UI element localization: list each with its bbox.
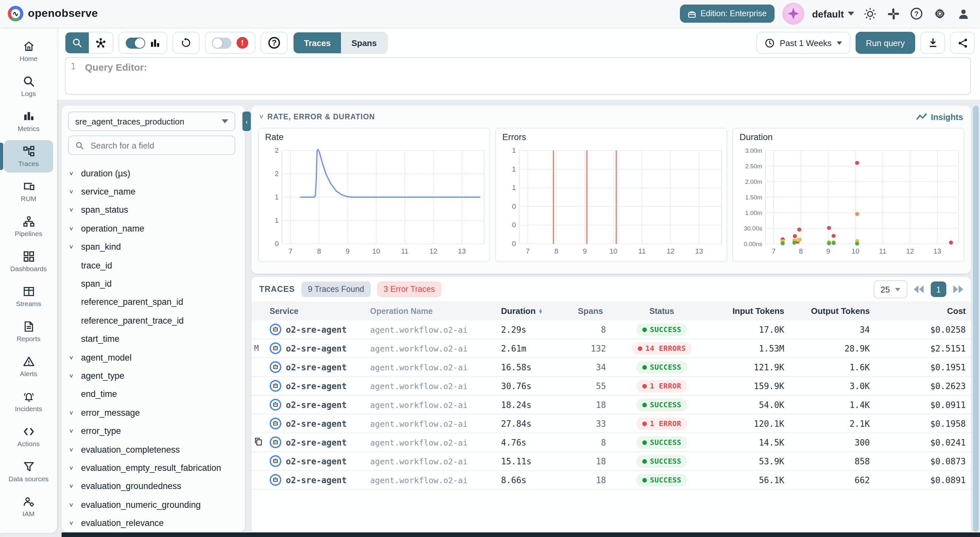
- sidebar-item-data-sources[interactable]: Data sources: [4, 455, 53, 488]
- sidebar-item-reports[interactable]: Reports: [4, 315, 53, 347]
- chevron-down-icon[interactable]: ˅: [69, 446, 78, 453]
- trace-row[interactable]: Mo2-sre-agentagent.workflow.o2-ai2.61m13…: [251, 339, 971, 358]
- sidebar-item-pipelines[interactable]: Pipelines: [4, 210, 53, 242]
- sidebar-item-home[interactable]: Home: [4, 35, 53, 67]
- slack-button[interactable]: [885, 6, 901, 21]
- query-help-icon[interactable]: ?: [268, 37, 280, 49]
- trace-row[interactable]: o2-sre-agentagent.workflow.o2-ai27.84s33…: [251, 414, 971, 433]
- field-item-span-id[interactable]: span_id: [62, 275, 245, 293]
- tab-spans[interactable]: Spans: [341, 32, 387, 53]
- chevron-down-icon[interactable]: ˅: [69, 519, 78, 527]
- share-button[interactable]: [950, 32, 975, 54]
- per-page-select[interactable]: 25: [873, 280, 907, 298]
- trace-row[interactable]: o2-sre-agentagent.workflow.o2-ai18.24s18…: [251, 396, 971, 414]
- query-editor[interactable]: 1 Query Editor:: [65, 57, 971, 95]
- trace-row[interactable]: o2-sre-agentagent.workflow.o2-ai4.76s8SU…: [251, 433, 971, 452]
- field-item-span-status[interactable]: ˅span_status: [62, 201, 245, 220]
- chevron-down-icon[interactable]: ˅: [69, 225, 78, 232]
- chevron-down-icon[interactable]: ˅: [259, 113, 264, 121]
- sidebar-item-streams[interactable]: Streams: [4, 280, 53, 312]
- org-selector[interactable]: default: [812, 8, 854, 19]
- col-service[interactable]: Service: [266, 306, 366, 316]
- col-operation-name[interactable]: Operation Name: [366, 306, 493, 316]
- sidebar-item-traces[interactable]: Traces: [4, 140, 53, 172]
- stream-selector[interactable]: sre_agent_traces_production: [68, 112, 235, 131]
- col-output-tokens[interactable]: Output Tokens: [788, 306, 874, 316]
- sidebar-item-dashboards[interactable]: Dashboards: [4, 245, 53, 277]
- trace-row[interactable]: o2-sre-agentagent.workflow.o2-ai16.58s34…: [251, 358, 971, 377]
- trace-row[interactable]: o2-sre-agentagent.workflow.o2-ai8.66s18S…: [251, 471, 971, 490]
- download-button[interactable]: [920, 32, 945, 54]
- field-item-evaluation-completeness[interactable]: ˅evaluation_completeness: [62, 440, 245, 459]
- histogram-toggle[interactable]: [126, 37, 145, 48]
- field-item-error-message[interactable]: ˅error_message: [62, 403, 245, 422]
- settings-button[interactable]: [932, 6, 948, 21]
- logo[interactable]: ∿ openobserve: [0, 6, 98, 21]
- trace-row[interactable]: o2-sre-agentagent.workflow.o2-ai30.76s55…: [251, 377, 971, 396]
- field-item-agent-type[interactable]: ˅agent_type: [62, 367, 245, 385]
- last-page-button[interactable]: [953, 285, 963, 293]
- vertical-scrollbar[interactable]: [973, 106, 979, 532]
- help-button[interactable]: ?: [909, 6, 924, 21]
- field-item-reference-parent-span-id[interactable]: reference_parent_span_id: [62, 293, 245, 311]
- edition-badge[interactable]: Edition: Enterprise: [679, 5, 774, 23]
- sidebar-item-logs[interactable]: Logs: [4, 70, 53, 102]
- insights-link[interactable]: Insights: [916, 112, 963, 122]
- time-range-picker[interactable]: Past 1 Weeks: [756, 32, 850, 54]
- field-search-input[interactable]: [89, 140, 228, 151]
- field-item-evaluation-empty-result-fabrication[interactable]: ˅evaluation_empty_result_fabrication: [62, 459, 245, 477]
- collapse-fields-button[interactable]: ‹: [242, 112, 251, 131]
- chevron-down-icon[interactable]: ˅: [69, 409, 78, 416]
- field-item-evaluation-groundedness[interactable]: ˅evaluation_groundedness: [62, 477, 245, 496]
- chevron-down-icon[interactable]: ˅: [69, 170, 78, 177]
- trace-row[interactable]: o2-sre-agentagent.workflow.o2-ai15.11s18…: [251, 452, 971, 471]
- theme-toggle-button[interactable]: [862, 6, 878, 21]
- field-item-end-time[interactable]: end_time: [62, 385, 245, 403]
- trace-cost: $0.1958: [874, 419, 971, 429]
- error-traces-badge[interactable]: 3 Error Traces: [377, 282, 441, 297]
- chevron-down-icon[interactable]: ˅: [69, 207, 78, 214]
- chevron-down-icon[interactable]: ˅: [69, 483, 78, 490]
- user-menu-button[interactable]: [955, 6, 971, 21]
- sidebar-item-rum[interactable]: RUM: [4, 175, 53, 207]
- page-1-button[interactable]: 1: [931, 282, 946, 297]
- service-map-button[interactable]: [89, 32, 113, 54]
- field-item-evaluation-numeric-grounding[interactable]: ˅evaluation_numeric_grounding: [62, 496, 245, 514]
- field-item-duration-s-[interactable]: ˅duration (µs): [62, 164, 245, 183]
- tab-traces[interactable]: Traces: [294, 32, 341, 53]
- run-query-button[interactable]: Run query: [856, 32, 915, 54]
- field-item-evaluation-relevance[interactable]: ˅evaluation_relevance: [62, 514, 245, 532]
- first-page-button[interactable]: [914, 285, 924, 293]
- field-item-agent-model[interactable]: ˅agent_model: [62, 348, 245, 367]
- trace-row[interactable]: o2-sre-agentagent.workflow.o2-ai2.29s8SU…: [251, 320, 971, 339]
- field-item-service-name[interactable]: ˅service_name: [62, 183, 245, 201]
- chevron-down-icon[interactable]: ˅: [69, 188, 78, 195]
- col-status[interactable]: Status: [610, 306, 714, 316]
- chevron-down-icon[interactable]: ˅: [69, 427, 78, 435]
- field-item-error-type[interactable]: ˅error_type: [62, 422, 245, 440]
- chevron-down-icon[interactable]: ˅: [69, 501, 78, 508]
- sidebar-item-incidents[interactable]: Incidents: [4, 385, 53, 417]
- chevron-down-icon[interactable]: ˅: [69, 244, 78, 251]
- refresh-icon[interactable]: [181, 38, 191, 48]
- col-spans[interactable]: Spans: [571, 306, 610, 316]
- chevron-down-icon[interactable]: ˅: [69, 354, 78, 361]
- col-duration[interactable]: Duration ▲▼: [493, 306, 571, 316]
- sidebar-item-metrics[interactable]: Metrics: [4, 105, 53, 137]
- sidebar-item-actions[interactable]: Actions: [4, 420, 53, 453]
- field-item-operation-name[interactable]: ˅operation_name: [62, 219, 245, 238]
- search-mode-button[interactable]: [65, 32, 89, 54]
- col-cost[interactable]: Cost: [874, 306, 971, 316]
- field-item-trace-id[interactable]: trace_id: [62, 256, 245, 275]
- field-item-span-kind[interactable]: ˅span_kind: [62, 238, 245, 256]
- chevron-down-icon[interactable]: ˅: [69, 464, 78, 472]
- field-item-start-time[interactable]: start_time: [62, 330, 245, 348]
- copy-icon[interactable]: [254, 437, 262, 448]
- chevron-down-icon[interactable]: ˅: [69, 372, 78, 379]
- ai-assistant-button[interactable]: [782, 3, 804, 25]
- sidebar-item-alerts[interactable]: Alerts: [4, 350, 53, 382]
- field-item-reference-parent-trace-id[interactable]: reference_parent_trace_id: [62, 311, 245, 330]
- errors-only-toggle[interactable]: [212, 37, 231, 48]
- sidebar-item-iam[interactable]: IAM: [4, 490, 53, 523]
- col-input-tokens[interactable]: Input Tokens: [714, 306, 788, 316]
